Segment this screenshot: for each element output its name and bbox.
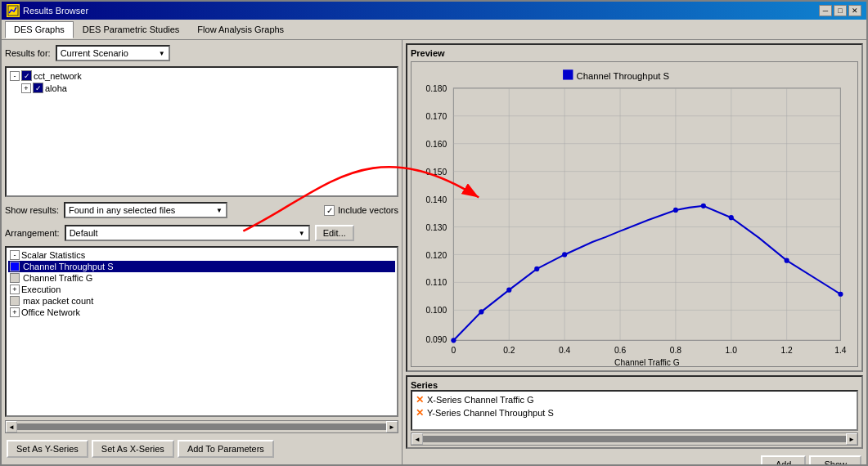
minimize-button[interactable]: ─ xyxy=(819,5,832,16)
scalar-icon-max-packet xyxy=(10,296,20,306)
tree-item-cct-network[interactable]: - ✓ cct_network xyxy=(8,69,395,82)
y-label-4: 0.150 xyxy=(425,168,447,177)
expand-execution[interactable]: + xyxy=(10,285,20,294)
series-item-x: ✕ X-Series Channel Traffic G xyxy=(416,393,853,406)
tree-item-aloha[interactable]: + ✓ aloha xyxy=(8,82,395,94)
main-content: Results for: Current Scenario ▼ - ✓ cct_… xyxy=(2,40,866,464)
series-item-y-label: Y-Series Channel Throughput S xyxy=(427,408,554,418)
include-vectors-label: Include vectors xyxy=(338,205,398,215)
series-bottom-buttons: Add Show xyxy=(406,452,863,464)
results-for-row: Results for: Current Scenario ▼ xyxy=(5,43,398,63)
series-scroll-area: ✕ X-Series Channel Traffic G ✕ Y-Series … xyxy=(411,390,858,431)
scroll-right-button[interactable]: ► xyxy=(386,421,398,432)
include-vectors-checkbox[interactable]: ✓ xyxy=(324,205,335,216)
add-button[interactable]: Add xyxy=(761,455,807,464)
arrangement-arrow: ▼ xyxy=(299,230,305,237)
close-button[interactable]: ✕ xyxy=(848,5,861,16)
data-point-5 xyxy=(673,208,678,213)
data-point-7 xyxy=(729,215,734,220)
series-scrollbar: ◄ ► xyxy=(411,432,858,446)
results-for-select[interactable]: Current Scenario ▼ xyxy=(56,45,170,61)
data-point-1 xyxy=(479,309,483,314)
maximize-button[interactable]: □ xyxy=(834,5,847,16)
y-label-8: 0.110 xyxy=(425,278,447,287)
y-label-3: 0.160 xyxy=(425,140,447,149)
x-label-3: 0.6 xyxy=(614,346,627,355)
preview-title: Preview xyxy=(411,48,858,58)
title-bar: Results Browser ─ □ ✕ xyxy=(2,2,866,20)
y-label-5: 0.140 xyxy=(425,195,447,204)
scalar-item-traffic[interactable]: Channel Traffic G xyxy=(8,272,395,284)
scalar-item-execution[interactable]: + Execution xyxy=(8,284,395,295)
x-axis-label: Channel Traffic G xyxy=(614,358,680,367)
scalar-label-office: Office Network xyxy=(21,307,80,317)
title-bar-buttons: ─ □ ✕ xyxy=(819,5,861,16)
x-label-7: 1.4 xyxy=(834,346,847,355)
y-label-10: 0.090 xyxy=(425,335,447,344)
label-cct-network: cct_network xyxy=(34,71,82,81)
x-label-1: 0.2 xyxy=(503,346,515,355)
chart-background xyxy=(453,88,840,340)
series-scroll-track[interactable] xyxy=(423,436,846,442)
scalar-root[interactable]: - Scalar Statistics xyxy=(8,249,395,261)
main-window: Results Browser ─ □ ✕ DES Graphs DES Par… xyxy=(0,0,868,466)
label-aloha: aloha xyxy=(45,83,67,93)
results-for-label: Results for: xyxy=(5,48,51,58)
data-point-3 xyxy=(534,267,539,271)
x-label-5: 1.0 xyxy=(726,346,738,355)
title-bar-left: Results Browser xyxy=(7,4,88,17)
y-label-9: 0.100 xyxy=(425,306,447,315)
y-label-2: 0.170 xyxy=(425,112,447,121)
right-panel: Preview Channel Throughput S xyxy=(403,40,866,464)
show-results-row: Show results: Found in any selected file… xyxy=(5,200,398,220)
scalar-root-label: Scalar Statistics xyxy=(21,250,85,260)
x-label-4: 0.8 xyxy=(670,346,682,355)
chart-area: Channel Throughput S xyxy=(411,61,858,367)
data-point-9 xyxy=(838,292,843,297)
tab-des-graphs[interactable]: DES Graphs xyxy=(5,21,74,38)
expand-scalar[interactable]: - xyxy=(10,250,20,260)
expand-cct-network[interactable]: - xyxy=(10,71,20,81)
tabs-bar: DES Graphs DES Parametric Studies Flow A… xyxy=(2,20,866,40)
scalar-item-throughput[interactable]: Channel Throughput S xyxy=(8,261,395,272)
scroll-left-button[interactable]: ◄ xyxy=(6,421,17,432)
add-to-parameters-button[interactable]: Add To Parameters xyxy=(178,440,274,458)
scalar-label-execution: Execution xyxy=(21,285,61,294)
tab-des-parametric[interactable]: DES Parametric Studies xyxy=(74,21,189,38)
series-box: Series ✕ X-Series Channel Traffic G ✕ Y-… xyxy=(406,375,863,449)
y-label-7: 0.120 xyxy=(425,251,447,260)
show-button[interactable]: Show xyxy=(809,455,861,464)
arrangement-select[interactable]: Default ▼ xyxy=(65,225,310,241)
bottom-buttons: Set As Y-Series Set As X-Series Add To P… xyxy=(5,437,398,461)
expand-office[interactable]: + xyxy=(10,307,20,317)
edit-button[interactable]: Edit... xyxy=(315,225,354,241)
scroll-track[interactable] xyxy=(17,423,386,430)
scalar-item-max-packet[interactable]: max packet count xyxy=(8,295,395,307)
checkbox-cct-network[interactable]: ✓ xyxy=(21,70,32,81)
left-panel: Results for: Current Scenario ▼ - ✓ cct_… xyxy=(2,40,403,464)
show-results-label: Show results: xyxy=(5,205,59,215)
checkbox-aloha[interactable]: ✓ xyxy=(33,83,43,93)
scalar-item-office[interactable]: + Office Network xyxy=(8,307,395,318)
scalar-label-max-packet: max packet count xyxy=(23,296,93,306)
app-icon xyxy=(7,4,20,17)
set-as-y-series-button[interactable]: Set As Y-Series xyxy=(7,440,88,458)
include-vectors-row: ✓ Include vectors xyxy=(324,205,398,216)
scalar-icon-throughput xyxy=(10,262,20,271)
series-scroll-left[interactable]: ◄ xyxy=(412,433,423,445)
show-results-arrow: ▼ xyxy=(216,207,223,214)
scalar-icon-traffic xyxy=(10,273,20,283)
tab-flow-analysis[interactable]: Flow Analysis Graphs xyxy=(188,21,293,38)
chart-svg: Channel Throughput S xyxy=(412,62,857,366)
expand-aloha[interactable]: + xyxy=(21,83,31,93)
data-point-8 xyxy=(785,258,789,263)
series-scroll-right[interactable]: ► xyxy=(846,433,857,445)
legend-label: Channel Throughput S xyxy=(577,71,670,81)
x-label-2: 0.4 xyxy=(559,346,571,355)
show-results-select[interactable]: Found in any selected files ▼ xyxy=(64,202,227,218)
scalar-label-throughput: Channel Throughput S xyxy=(23,262,114,271)
y-label-6: 0.130 xyxy=(425,223,447,232)
horizontal-scrollbar: ◄ ► xyxy=(5,420,398,433)
set-as-x-series-button[interactable]: Set As X-Series xyxy=(92,440,174,458)
data-point-2 xyxy=(506,288,511,293)
